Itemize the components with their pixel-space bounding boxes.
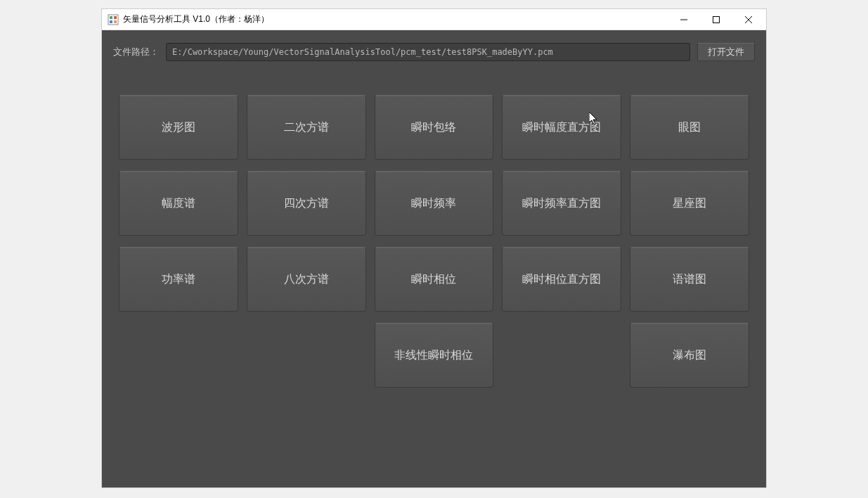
octic-spectrum-button[interactable]: 八次方谱 <box>247 247 366 312</box>
nonlinear-instant-phase-button[interactable]: 非线性瞬时相位 <box>375 323 494 388</box>
instant-phase-button[interactable]: 瞬时相位 <box>375 247 494 312</box>
instant-frequency-histogram-button[interactable]: 瞬时频率直方图 <box>502 171 621 236</box>
quartic-spectrum-button[interactable]: 四次方谱 <box>247 171 366 236</box>
open-file-button[interactable]: 打开文件 <box>697 43 755 61</box>
app-window: 矢量信号分析工具 V1.0（作者：杨洋） 文件路径： 打开文件 波形图 二次方谱… <box>101 8 767 488</box>
file-path-label: 文件路径： <box>113 46 159 58</box>
svg-rect-1 <box>110 16 112 19</box>
app-icon <box>108 14 119 25</box>
file-path-input[interactable] <box>166 43 690 61</box>
constellation-button[interactable]: 星座图 <box>630 171 749 236</box>
svg-rect-4 <box>114 20 117 23</box>
maximize-button[interactable] <box>700 9 732 30</box>
instant-frequency-button[interactable]: 瞬时频率 <box>375 171 494 236</box>
waterfall-button[interactable]: 瀑布图 <box>630 323 749 388</box>
instant-amplitude-histogram-button[interactable]: 瞬时幅度直方图 <box>502 95 621 160</box>
waveform-button[interactable]: 波形图 <box>119 95 238 160</box>
spectrogram-button[interactable]: 语谱图 <box>630 247 749 312</box>
minimize-button[interactable] <box>668 9 700 30</box>
svg-rect-3 <box>110 20 112 23</box>
eye-diagram-button[interactable]: 眼图 <box>630 95 749 160</box>
power-spectrum-button[interactable]: 功率谱 <box>119 247 238 312</box>
titlebar: 矢量信号分析工具 V1.0（作者：杨洋） <box>102 9 766 30</box>
amplitude-spectrum-button[interactable]: 幅度谱 <box>119 171 238 236</box>
content-area: 文件路径： 打开文件 波形图 二次方谱 瞬时包络 瞬时幅度直方图 眼图 幅度谱 … <box>102 30 766 487</box>
window-title: 矢量信号分析工具 V1.0（作者：杨洋） <box>123 13 668 25</box>
analysis-button-grid: 波形图 二次方谱 瞬时包络 瞬时幅度直方图 眼图 幅度谱 四次方谱 瞬时频率 瞬… <box>113 95 755 388</box>
square-spectrum-button[interactable]: 二次方谱 <box>247 95 366 160</box>
file-path-row: 文件路径： 打开文件 <box>113 43 755 61</box>
instant-envelope-button[interactable]: 瞬时包络 <box>375 95 494 160</box>
svg-rect-6 <box>713 16 720 23</box>
close-button[interactable] <box>732 9 765 30</box>
instant-phase-histogram-button[interactable]: 瞬时相位直方图 <box>502 247 621 312</box>
window-controls <box>668 9 765 30</box>
svg-rect-2 <box>114 16 117 19</box>
